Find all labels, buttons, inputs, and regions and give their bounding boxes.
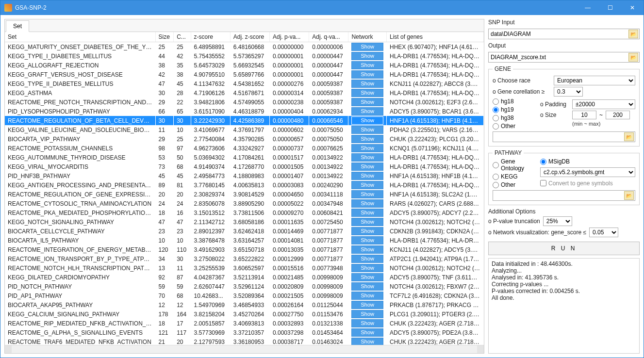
table-row[interactable]: PID_AP1_PATHWAY706810.42683...3.52089364… bbox=[5, 291, 484, 300]
column-header[interactable]: Set bbox=[5, 32, 155, 42]
table-row[interactable]: REACTOME_TRAF6_MEDIATED_NFKB_ACTIVATION2… bbox=[5, 337, 484, 345]
column-header[interactable]: z-score bbox=[191, 32, 230, 42]
snp-input-field[interactable] bbox=[490, 30, 628, 38]
output-field[interactable] bbox=[490, 53, 628, 61]
show-network-button[interactable]: Show bbox=[351, 126, 383, 134]
table-row[interactable]: BIOCARTA_IL5_PATHWAY10103.387684783.6316… bbox=[5, 236, 484, 245]
genome-radio-hg18[interactable]: hg18 bbox=[493, 98, 536, 105]
genome-radio-other[interactable]: Other bbox=[493, 123, 536, 130]
show-network-button[interactable]: Show bbox=[351, 301, 383, 309]
show-network-button[interactable]: Show bbox=[351, 153, 383, 162]
pathway-radio-other[interactable]: Other bbox=[493, 181, 536, 188]
show-network-button[interactable]: Show bbox=[351, 144, 383, 152]
table-row[interactable]: KEGG_CALCIUM_SIGNALING_PATHWAY1781643.82… bbox=[5, 309, 484, 319]
padding-select[interactable]: ±20000 bbox=[572, 99, 635, 109]
show-network-button[interactable]: Show bbox=[351, 273, 383, 281]
table-row[interactable]: PID_NOTCH_PATHWAY59592.626074473.5296112… bbox=[5, 282, 484, 291]
show-network-button[interactable]: Show bbox=[351, 190, 383, 198]
pval-trunc-select[interactable]: 25% bbox=[543, 216, 572, 226]
gene-other-input[interactable] bbox=[494, 133, 624, 141]
show-network-button[interactable]: Show bbox=[351, 107, 383, 115]
output-browse-button[interactable]: 📂 bbox=[628, 53, 638, 62]
show-network-button[interactable]: Show bbox=[351, 218, 383, 226]
column-header[interactable]: Network bbox=[348, 32, 387, 42]
table-row[interactable]: REACTOME_ION_TRANSPORT_BY_P_TYPE_ATPASES… bbox=[5, 254, 484, 263]
pathway-radio-kegg[interactable]: KEGG bbox=[493, 173, 536, 180]
msigdb-radio[interactable]: MSigDB bbox=[540, 158, 570, 165]
table-row[interactable]: REACTOME_CYTOSOLIC_TRNA_AMINOACYLATION24… bbox=[5, 199, 484, 208]
race-select[interactable]: European bbox=[554, 76, 635, 85]
table-row[interactable]: PID_LYSOPHOSPHOLIPID_PATHWAY66653.615170… bbox=[5, 107, 484, 116]
show-network-button[interactable]: Show bbox=[351, 209, 383, 217]
genome-radio-hg19[interactable]: hg19 bbox=[493, 106, 536, 113]
show-network-button[interactable]: Show bbox=[351, 89, 383, 97]
show-network-button[interactable]: Show bbox=[351, 52, 383, 60]
table-row[interactable]: KEGG_TYPE_II_DIABETES_MELLITUS47454.1134… bbox=[5, 79, 484, 88]
column-header[interactable]: C... bbox=[174, 32, 191, 42]
column-header[interactable]: List of genes bbox=[387, 32, 484, 42]
table-row[interactable]: KEGG_GRAFT_VERSUS_HOST_DISEASE42384.9079… bbox=[5, 70, 484, 79]
minimize-button[interactable]: — bbox=[577, 0, 599, 15]
show-network-button[interactable]: Show bbox=[351, 116, 383, 125]
show-network-button[interactable]: Show bbox=[351, 227, 383, 235]
show-network-button[interactable]: Show bbox=[351, 172, 383, 180]
show-network-button[interactable]: Show bbox=[351, 163, 383, 171]
show-network-button[interactable]: Show bbox=[351, 80, 383, 88]
table-row[interactable]: BIOCARTA_VIP_PATHWAY29252.775400844.3579… bbox=[5, 134, 484, 144]
show-network-button[interactable]: Show bbox=[351, 181, 383, 189]
show-network-button[interactable]: Show bbox=[351, 70, 383, 79]
show-network-button[interactable]: Show bbox=[351, 328, 383, 337]
table-row[interactable]: REACTOME_RIP_MEDIATED_NFKB_ACTIVATION_VI… bbox=[5, 319, 484, 328]
show-network-button[interactable]: Show bbox=[351, 319, 383, 327]
table-row[interactable]: KEGG_DILATED_CARDIOMYOPATHY92874.0428736… bbox=[5, 273, 484, 282]
table-row[interactable]: KEGG_ANTIGEN_PROCESSING_AND_PRESENTATION… bbox=[5, 180, 484, 190]
show-network-button[interactable]: Show bbox=[351, 98, 383, 106]
maximize-button[interactable]: ☐ bbox=[599, 0, 621, 15]
show-network-button[interactable]: Show bbox=[351, 245, 383, 254]
show-network-button[interactable]: Show bbox=[351, 338, 383, 345]
table-row[interactable]: KEGG_AUTOIMMUNE_THYROID_DISEASE53505.036… bbox=[5, 153, 484, 162]
table-row[interactable]: KEGG_ASTHMA30284.719061264.516786710.000… bbox=[5, 88, 484, 98]
table-row[interactable]: KEGG_MATURITY_ONSET_DIABETES_OF_THE_YOUN… bbox=[5, 42, 484, 52]
table-row[interactable]: KEGG_NOTCH_SIGNALING_PATHWAY47472.113427… bbox=[5, 217, 484, 227]
table-row[interactable]: REACTOME_PRE_NOTCH_TRANSCRIPTION_AND_TRA… bbox=[5, 98, 484, 107]
show-network-button[interactable]: Show bbox=[351, 135, 383, 143]
table-row[interactable]: BIOCARTA_CELLCYCLE_PATHWAY23232.89012397… bbox=[5, 227, 484, 236]
show-network-button[interactable]: Show bbox=[351, 282, 383, 291]
pathway-other-input[interactable] bbox=[494, 192, 624, 199]
table-row[interactable]: KEGG_VALINE_LEUCINE_AND_ISOLEUCINE_BIOSY… bbox=[5, 125, 484, 134]
column-header[interactable]: Size bbox=[155, 32, 174, 42]
table-row[interactable]: KEGG_ALLOGRAFT_REJECTION38355.645730295.… bbox=[5, 61, 484, 70]
show-network-button[interactable]: Show bbox=[351, 236, 383, 244]
net-vis-select[interactable]: 0.05 bbox=[589, 228, 618, 237]
column-header[interactable]: Adj. p-va... bbox=[270, 32, 309, 42]
pathway-file-select[interactable]: c2.cp.v5.2.symbols.gmt bbox=[540, 167, 635, 177]
column-header[interactable]: Adj. q-va... bbox=[309, 32, 348, 42]
table-row[interactable]: REACTOME_POTASSIUM_CHANNELS98974.9627360… bbox=[5, 144, 484, 153]
genome-radio-hg38[interactable]: hg38 bbox=[493, 114, 536, 121]
pathway-browse-button[interactable]: 📂 bbox=[624, 191, 634, 200]
size-max-input[interactable] bbox=[606, 111, 630, 119]
table-row[interactable]: BIOCARTA_AKAP95_PATHWAY12121.549709693.4… bbox=[5, 300, 484, 309]
column-header[interactable]: Adj. z-score bbox=[230, 32, 269, 42]
table-row[interactable]: REACTOME_REGULATION_OF_BETA_CELL_DEVELOP… bbox=[5, 116, 484, 125]
show-network-button[interactable]: Show bbox=[351, 199, 383, 208]
results-grid[interactable]: SetSizeC...z-scoreAdj. z-scoreAdj. p-va.… bbox=[5, 32, 484, 345]
show-network-button[interactable]: Show bbox=[351, 264, 383, 272]
table-row[interactable]: REACTOME_NOTCH_HLH_TRANSCRIPTION_PATHWAY… bbox=[5, 263, 484, 273]
show-network-button[interactable]: Show bbox=[351, 310, 383, 318]
show-network-button[interactable]: Show bbox=[351, 292, 383, 300]
run-button[interactable]: R U N bbox=[488, 242, 640, 255]
log-output[interactable]: Data initialized in : 48.446300s. Analyz… bbox=[488, 258, 640, 354]
size-min-input[interactable] bbox=[572, 111, 596, 119]
snp-browse-button[interactable]: 📂 bbox=[628, 30, 638, 38]
show-network-button[interactable]: Show bbox=[351, 43, 383, 51]
table-row[interactable]: REACTOME_REGULATION_OF_GENE_EXPRESSION_I… bbox=[5, 190, 484, 199]
horizontal-scrollbar[interactable] bbox=[5, 345, 484, 353]
table-row[interactable]: PID_HNF3B_PATHWAY45452.495847734.1880898… bbox=[5, 171, 484, 180]
tab-set[interactable]: Set bbox=[6, 20, 29, 32]
table-row[interactable]: REACTOME_G_ALPHA_S_SIGNALLING_EVENTS1211… bbox=[5, 328, 484, 337]
show-network-button[interactable]: Show bbox=[351, 255, 383, 263]
show-network-button[interactable]: Show bbox=[351, 61, 383, 69]
table-row[interactable]: REACTOME_PKA_MEDIATED_PHOSPHORYLATION_OF… bbox=[5, 208, 484, 217]
